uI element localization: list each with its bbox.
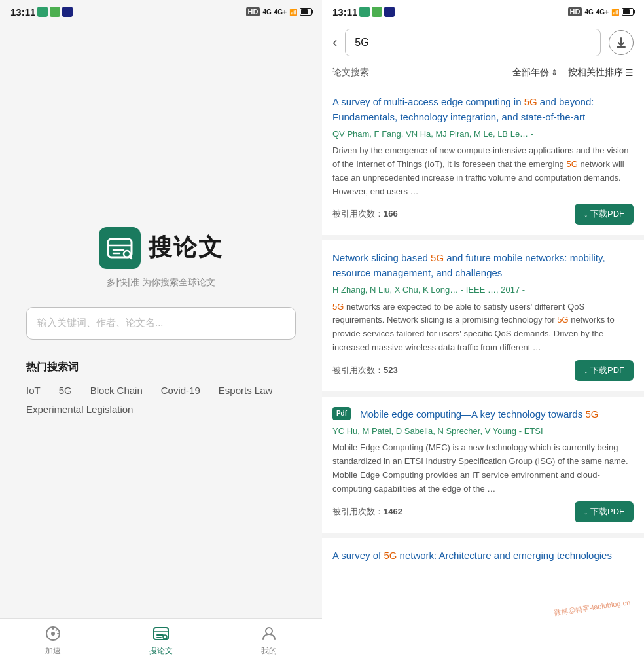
filter-bar: 论文搜索 全部年份 ⇕ 按相关性排序 ☰ — [322, 62, 644, 84]
result-card-2: Network slicing based 5G and future mobi… — [322, 240, 644, 396]
highlight-5g-abs-2a: 5G — [332, 302, 344, 312]
search-input-right[interactable]: 5G — [345, 29, 601, 56]
svg-point-17 — [266, 628, 272, 634]
highlight-5g-3: 5G — [585, 408, 598, 420]
cite-count-2: 被引用次数：523 — [332, 365, 398, 376]
hot-tags: IoT 5G Block Chain Covid-19 Esports Law … — [26, 385, 296, 415]
hot-title: 热门搜索词 — [26, 361, 296, 374]
cite-count-3: 被引用次数：1462 — [332, 506, 402, 518]
right-search-header: ‹ 5G — [322, 24, 644, 62]
highlight-5g-abs-2b: 5G — [557, 315, 568, 325]
wifi-icon: 📶 — [289, 9, 297, 16]
nav-item-search[interactable]: 搜论文 — [149, 624, 173, 656]
results-list: A survey of multi-access edge computing … — [322, 84, 644, 665]
year-chevron: ⇕ — [551, 68, 558, 77]
svg-rect-0 — [108, 239, 132, 257]
status-right-left: HD 4G 4G+ 📶 — [246, 7, 312, 16]
download-button[interactable] — [609, 30, 634, 55]
battery-icon-right — [622, 8, 634, 16]
hot-tag-blockchain[interactable]: Block Chain — [90, 385, 143, 396]
wifi-icon-r: 📶 — [611, 9, 619, 16]
battery-icon-left — [300, 8, 312, 16]
signal-4g-r: 4G — [584, 9, 593, 16]
result-card-3: Pdf Mobile edge computing—A key technolo… — [322, 397, 644, 538]
status-right-left-icons: 13:11 — [332, 7, 395, 18]
sort-value: 按相关性排序 — [568, 67, 623, 79]
result-footer-1: 被引用次数：166 ↓ 下载PDF — [332, 204, 634, 225]
search-nav-icon — [152, 624, 170, 643]
pdf-btn-1[interactable]: ↓ 下载PDF — [575, 204, 634, 225]
result-title-4[interactable]: A survey of 5G network: Architecture and… — [332, 548, 634, 564]
nav-label-search: 搜论文 — [149, 645, 173, 656]
result-abstract-3: Mobile Edge Computing (MEC) is a new tec… — [332, 441, 634, 495]
hot-tag-covid[interactable]: Covid-19 — [161, 385, 200, 396]
status-left: 13:11 — [10, 7, 73, 18]
filter-label: 论文搜索 — [332, 67, 369, 79]
app-icon-r2 — [372, 7, 382, 17]
result-card-4: A survey of 5G network: Architecture and… — [322, 538, 644, 578]
highlight-5g-2: 5G — [431, 252, 444, 263]
status-right-right: HD 4G 4G+ 📶 — [568, 7, 634, 16]
hot-tag-5g[interactable]: 5G — [59, 385, 72, 396]
bottom-nav-left: 加速 搜论文 我的 — [0, 618, 322, 665]
sort-icon: ☰ — [625, 67, 634, 78]
hot-tag-esports[interactable]: Esports Law — [219, 385, 273, 396]
result-authors-3: YC Hu, M Patel, D Sabella, N Sprecher, V… — [332, 425, 634, 437]
result-footer-2: 被引用次数：523 ↓ 下载PDF — [332, 360, 634, 381]
status-bar-right: 13:11 HD 4G 4G+ 📶 — [322, 0, 644, 24]
nav-item-mine[interactable]: 我的 — [260, 624, 278, 656]
app-icon-r3 — [384, 7, 395, 17]
signal-4gplus-r: 4G+ — [596, 9, 609, 16]
mine-icon — [260, 624, 278, 643]
result-title-row-3: Pdf Mobile edge computing—A key technolo… — [332, 407, 634, 422]
speedup-icon — [44, 624, 62, 643]
time-left: 13:11 — [10, 7, 35, 18]
svg-point-7 — [51, 632, 55, 636]
left-phone: 13:11 HD 4G 4G+ 📶 — [0, 0, 322, 665]
highlight-5g-abs-1: 5G — [566, 159, 577, 169]
logo-svg — [105, 234, 134, 262]
back-button[interactable]: ‹ — [332, 35, 337, 50]
result-authors-1: QV Pham, F Fang, VN Ha, MJ Piran, M Le, … — [332, 128, 634, 140]
result-title-3[interactable]: Mobile edge computing—A key technology t… — [360, 407, 598, 422]
logo-area: 搜论文 — [99, 227, 223, 269]
search-input-left[interactable]: 输入关键词、作者、论文名... — [26, 307, 296, 340]
filter-right: 全部年份 ⇕ 按相关性排序 ☰ — [512, 67, 634, 79]
hot-tag-experimental[interactable]: Experimental Legislation — [26, 404, 133, 415]
cite-count-1: 被引用次数：166 — [332, 208, 398, 220]
pdf-badge-3: Pdf — [332, 407, 351, 420]
filter-sort[interactable]: 按相关性排序 ☰ — [568, 67, 634, 79]
result-title-1[interactable]: A survey of multi-access edge computing … — [332, 95, 634, 124]
pdf-btn-3[interactable]: ↓ 下载PDF — [575, 501, 634, 522]
app-icon-2 — [50, 7, 60, 17]
hd-label-r: HD — [568, 7, 582, 16]
highlight-5g-4: 5G — [384, 550, 397, 561]
logo-text: 搜论文 — [149, 232, 223, 264]
highlight-5g-1: 5G — [524, 96, 537, 107]
result-title-2[interactable]: Network slicing based 5G and future mobi… — [332, 251, 634, 280]
right-phone: 13:11 HD 4G 4G+ 📶 ‹ 5G — [322, 0, 644, 665]
search-placeholder-left: 输入关键词、作者、论文名... — [37, 317, 164, 329]
nav-label-speedup: 加速 — [45, 645, 61, 656]
left-main-content: 搜论文 多|快|准 为你搜索全球论文 输入关键词、作者、论文名... 热门搜索词… — [0, 24, 322, 618]
logo-icon — [99, 227, 141, 269]
result-abstract-1: Driven by the emergence of new compute-i… — [332, 144, 634, 198]
nav-label-mine: 我的 — [261, 645, 277, 656]
status-bar-left: 13:11 HD 4G 4G+ 📶 — [0, 0, 322, 24]
result-footer-3: 被引用次数：1462 ↓ 下载PDF — [332, 501, 634, 522]
app-icon-1 — [37, 7, 48, 17]
year-value: 全部年份 — [512, 67, 549, 79]
search-value: 5G — [355, 37, 368, 48]
result-authors-2: H Zhang, N Liu, X Chu, K Long… - IEEE …,… — [332, 284, 634, 296]
result-abstract-2: 5G networks are expected to be able to s… — [332, 300, 634, 355]
pdf-btn-2[interactable]: ↓ 下载PDF — [575, 360, 634, 381]
app-icon-3 — [62, 7, 73, 17]
app-icon-r1 — [359, 7, 370, 17]
nav-item-speedup[interactable]: 加速 — [44, 624, 62, 656]
filter-year[interactable]: 全部年份 ⇕ — [512, 67, 558, 79]
svg-line-10 — [56, 630, 57, 631]
hot-section: 热门搜索词 IoT 5G Block Chain Covid-19 Esport… — [26, 361, 296, 415]
signal-4g: 4G — [262, 9, 271, 16]
hot-tag-iot[interactable]: IoT — [26, 385, 41, 396]
result-card-1: A survey of multi-access edge computing … — [322, 84, 644, 240]
